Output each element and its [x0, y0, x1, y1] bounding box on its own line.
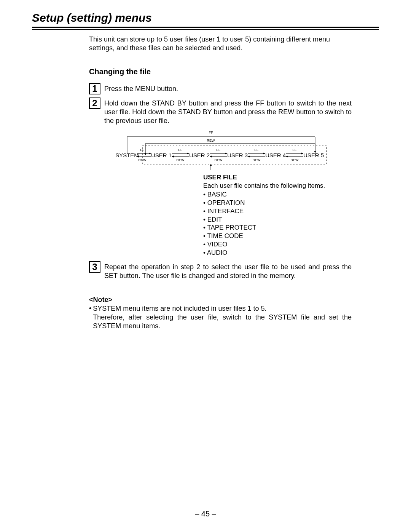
diagram-node-user2: USER 2 — [189, 152, 210, 158]
user-file-item: TAPE PROTECT — [203, 224, 352, 232]
svg-text:FF: FF — [217, 148, 221, 152]
step-1-number: 1 — [89, 83, 100, 94]
user-file-item: BASIC — [203, 190, 352, 199]
user-file-diagram: FF REW SYSTEM USER 1 USER 2 USER 3 USER … — [89, 130, 352, 172]
section-heading: Changing the file — [89, 67, 352, 77]
user-file-block: USER FILE Each user file contains the fo… — [203, 173, 352, 257]
note-line-2: Therefore, after selecting the user file… — [93, 313, 352, 330]
diagram-pair-1: FF REW — [172, 148, 189, 162]
diagram-svg: FF REW SYSTEM USER 1 USER 2 USER 3 USER … — [89, 130, 333, 172]
svg-text:FF: FF — [178, 148, 183, 152]
user-file-intro: Each user file contains the following it… — [203, 182, 352, 190]
user-file-heading: USER FILE — [203, 173, 352, 182]
svg-text:REW: REW — [253, 158, 261, 162]
diagram-pair-4: FF REW — [286, 148, 303, 162]
step-3: 3 Repeat the operation in step 2 to sele… — [89, 263, 352, 280]
page-number: – 45 – — [0, 510, 411, 518]
bullet-dot: • — [89, 304, 91, 331]
user-file-item: AUDIO — [203, 249, 352, 257]
note-line-1: SYSTEM menu items are not included in us… — [93, 305, 266, 312]
content-column: This unit can store up to 5 user files (… — [89, 35, 352, 331]
note-block: <Note> • SYSTEM menu items are not inclu… — [89, 296, 352, 331]
diagram-node-user1: USER 1 — [151, 152, 172, 158]
diagram-pair-3: FF REW — [248, 148, 265, 162]
note-heading: <Note> — [89, 296, 352, 304]
intro-text: This unit can store up to 5 user files (… — [89, 35, 352, 53]
note-bullet: • SYSTEM menu items are not included in … — [89, 304, 352, 331]
title-rule — [32, 27, 379, 28]
step-2-number: 2 — [89, 97, 100, 109]
diagram-label-ff-top: FF — [209, 131, 213, 134]
svg-text:REW: REW — [177, 158, 185, 162]
svg-text:FF: FF — [140, 148, 145, 152]
user-file-list: BASIC OPERATION INTERFACE EDIT TAPE PROT… — [203, 190, 352, 257]
svg-text:REW: REW — [215, 158, 223, 162]
user-file-item: OPERATION — [203, 199, 352, 207]
user-file-item: EDIT — [203, 216, 352, 224]
step-1: 1 Press the MENU button. — [89, 85, 352, 94]
page-title: Setup (setting) menus — [32, 11, 379, 24]
diagram-pair-2: FF REW — [210, 148, 227, 162]
diagram-pair-0: FF REW — [137, 148, 151, 162]
diagram-node-system: SYSTEM — [115, 152, 139, 158]
step-2-text: Hold down the STAND BY button and press … — [104, 99, 352, 125]
svg-text:REW: REW — [291, 158, 299, 162]
user-file-item: INTERFACE — [203, 207, 352, 216]
user-file-item: TIME CODE — [203, 232, 352, 240]
step-2: 2 Hold down the STAND BY button and pres… — [89, 99, 352, 125]
diagram-node-user4: USER 4 — [265, 152, 286, 158]
step-1-text: Press the MENU button. — [104, 85, 352, 94]
svg-text:FF: FF — [255, 148, 259, 152]
page: Setup (setting) menus This unit can stor… — [0, 0, 411, 532]
diagram-node-user3: USER 3 — [227, 152, 248, 158]
diagram-node-user5: USER 5 — [303, 152, 324, 158]
svg-text:FF: FF — [293, 148, 297, 152]
user-file-item: VIDEO — [203, 240, 352, 249]
svg-text:REW: REW — [139, 158, 147, 162]
step-3-text: Repeat the operation in step 2 to select… — [104, 263, 352, 280]
step-3-number: 3 — [89, 261, 100, 273]
diagram-label-rew-top: REW — [207, 139, 215, 142]
